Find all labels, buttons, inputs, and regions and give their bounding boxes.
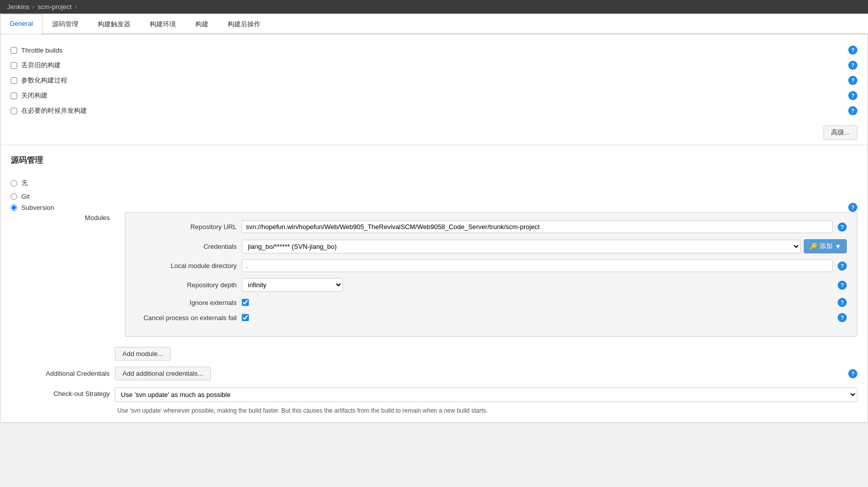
credentials-controls: jiang_bo/****** (SVN-jiang_bo) 🔑 添加 ▼ [242,239,847,253]
credentials-label: Credentials [136,243,237,250]
ignore-externals-help-icon[interactable]: ? [838,298,847,307]
breadcrumb-bar: Jenkins › scm-project › [0,0,868,14]
radio-none-label: 无 [21,179,28,188]
throttle-help-icon[interactable]: ? [848,46,857,55]
checkbox-throttle-row: Throttle builds ? [11,42,857,58]
tab-trigger[interactable]: 构建触发器 [88,14,140,34]
tab-post[interactable]: 构建后操作 [218,14,270,34]
credentials-row: Credentials jiang_bo/****** (SVN-jiang_b… [136,239,847,253]
concurrent-checkbox[interactable] [11,108,17,114]
repo-depth-row: Repository depth infinity empty files im… [136,278,847,292]
radio-none[interactable] [11,180,17,187]
ignore-externals-label: Ignore externals [136,299,237,306]
checkout-strategy-row: Check-out Strategy Use 'svn update' as m… [11,387,857,402]
discard-label: 丢弃旧的构建 [21,61,61,70]
repo-depth-label: Repository depth [136,281,237,289]
content-panel: Throttle builds ? 丢弃旧的构建 ? 参数化构建过程 ? 关闭构… [0,34,868,423]
cancel-externals-help-icon[interactable]: ? [838,313,847,322]
checkbox-disable-row: 关闭构建 ? [11,88,857,103]
add-credentials-button[interactable]: 🔑 添加 ▼ [804,239,847,253]
tab-env[interactable]: 构建环境 [140,14,186,34]
additional-credentials-label: Additional Credentials [19,370,110,377]
disable-checkbox[interactable] [11,93,17,99]
parameterize-checkbox[interactable] [11,77,17,84]
checkout-strategy-select[interactable]: Use 'svn update' as much as possible Alw… [115,387,857,402]
tab-general[interactable]: General [0,14,42,34]
disable-label: 关闭构建 [21,91,48,100]
add-module-area: Add module... [115,343,857,361]
breadcrumb-sep2: › [75,3,77,11]
radio-none-row: 无 [11,176,857,190]
additional-cred-help-icon[interactable]: ? [848,369,857,378]
add-module-button[interactable]: Add module... [115,347,170,361]
cancel-externals-label: Cancel process on externals fail [136,314,237,322]
local-dir-input[interactable] [242,259,833,272]
ignore-externals-row: Ignore externals ? [136,298,847,307]
credentials-select[interactable]: jiang_bo/****** (SVN-jiang_bo) [242,240,801,253]
tab-bar: General 源码管理 构建触发器 构建环境 构建 构建后操作 [0,14,868,34]
tab-build[interactable]: 构建 [186,14,218,34]
discard-checkbox[interactable] [11,62,17,69]
subversion-help-icon[interactable]: ? [848,203,857,212]
discard-help-icon[interactable]: ? [848,61,857,70]
ignore-externals-checkbox[interactable] [242,299,249,306]
add-cred-arrow: ▼ [835,243,841,250]
checkbox-discard-row: 丢弃旧的构建 ? [11,58,857,73]
modules-outer: Modules Repository URL ? Credentials jia… [11,212,857,361]
add-cred-label: 添加 [819,242,833,251]
throttle-checkbox[interactable] [11,47,17,54]
radio-git-row: Git [11,190,857,203]
repo-depth-help-icon[interactable]: ? [838,281,847,290]
repo-url-label: Repository URL [136,223,237,231]
local-dir-row: Local module directory ? [136,259,847,272]
add-additional-button[interactable]: Add additional credentials... [115,367,211,380]
repo-depth-select[interactable]: infinity empty files immediates exclude … [242,278,343,292]
disable-help-icon[interactable]: ? [848,91,857,100]
radio-subversion-label: Subversion [21,204,54,211]
repo-url-row: Repository URL ? [136,220,847,233]
breadcrumb-project[interactable]: scm-project [37,3,71,11]
checkout-strategy-desc: Use 'svn update' whenever possible, maki… [109,407,857,414]
modules-outer-label: Modules [19,212,110,222]
advanced-row: 高级... [11,125,857,145]
module-box: Repository URL ? Credentials jiang_bo/**… [125,212,857,337]
throttle-label: Throttle builds [21,47,63,54]
checkbox-parameterize-row: 参数化构建过程 ? [11,73,857,88]
radio-git[interactable] [11,193,17,200]
source-management-heading: 源码管理 [11,155,857,168]
breadcrumb-sep1: › [32,3,34,11]
additional-credentials-row: Additional Credentials Add additional cr… [11,367,857,380]
parameterize-label: 参数化构建过程 [21,76,67,85]
checkout-strategy-label: Check-out Strategy [19,387,110,397]
concurrent-help-icon[interactable]: ? [848,106,857,115]
radio-git-label: Git [21,193,30,200]
cancel-externals-row: Cancel process on externals fail ? [136,313,847,322]
repo-url-help-icon[interactable]: ? [838,223,847,232]
subversion-row: Subversion ? [11,203,857,212]
advanced-button[interactable]: 高级... [823,125,857,140]
modules-content: Repository URL ? Credentials jiang_bo/**… [115,212,857,361]
key-icon: 🔑 [809,243,817,250]
local-dir-help-icon[interactable]: ? [838,261,847,271]
parameterize-help-icon[interactable]: ? [848,76,857,85]
cancel-externals-checkbox[interactable] [242,314,249,321]
repo-url-input[interactable] [242,220,833,233]
tab-source[interactable]: 源码管理 [42,14,88,34]
concurrent-label: 在必要的时候并发构建 [21,106,87,115]
radio-subversion[interactable] [11,204,17,211]
checkbox-concurrent-row: 在必要的时候并发构建 ? [11,103,857,118]
local-dir-label: Local module directory [136,262,237,270]
breadcrumb-jenkins[interactable]: Jenkins [7,3,29,11]
